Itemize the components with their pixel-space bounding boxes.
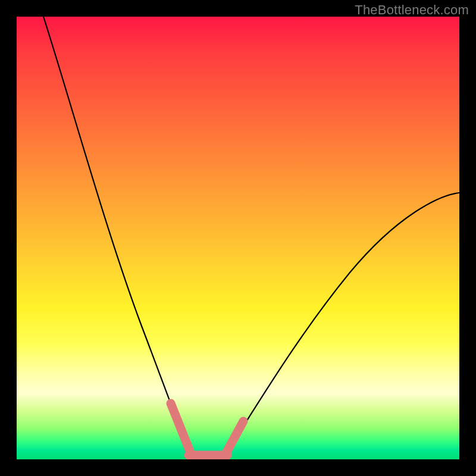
curves-svg xyxy=(17,17,459,459)
left-curve xyxy=(43,17,190,455)
chart-frame: TheBottleneck.com xyxy=(0,0,476,476)
right-curve xyxy=(225,193,459,455)
highlight-right xyxy=(225,421,243,455)
highlight-left xyxy=(171,403,190,451)
watermark-text: TheBottleneck.com xyxy=(355,2,469,18)
plot-area xyxy=(17,17,459,459)
